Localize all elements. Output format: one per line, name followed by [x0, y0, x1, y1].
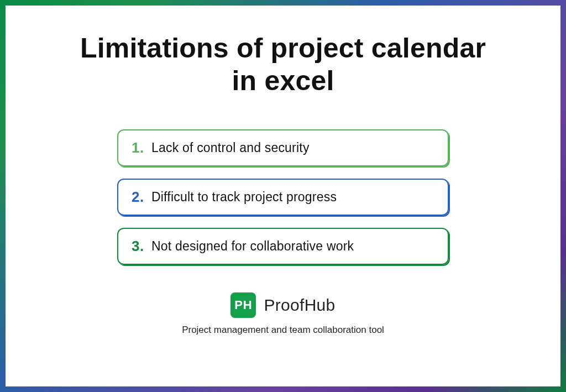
item-text: Not designed for collaborative work	[151, 239, 354, 254]
item-text: Lack of control and security	[151, 140, 310, 155]
page-title: Limitations of project calendar in excel	[73, 32, 493, 97]
item-number: 2.	[132, 189, 151, 206]
list-item: 2. Difficult to track project progress	[117, 179, 449, 216]
brand-block: PH ProofHub Project management and team …	[182, 292, 384, 336]
limitations-list: 1. Lack of control and security 2. Diffi…	[117, 129, 449, 265]
brand-name: ProofHub	[264, 296, 335, 315]
item-text: Difficult to track project progress	[151, 190, 337, 205]
list-item: 3. Not designed for collaborative work	[117, 228, 449, 265]
brand-logo-icon: PH	[230, 292, 256, 318]
content-canvas: Limitations of project calendar in excel…	[6, 6, 560, 386]
gradient-frame: Limitations of project calendar in excel…	[0, 0, 566, 392]
item-number: 3.	[132, 238, 151, 255]
list-item: 1. Lack of control and security	[117, 129, 449, 166]
item-number: 1.	[132, 139, 151, 156]
brand-tagline: Project management and team collaboratio…	[182, 325, 384, 336]
brand-row: PH ProofHub	[230, 292, 335, 318]
